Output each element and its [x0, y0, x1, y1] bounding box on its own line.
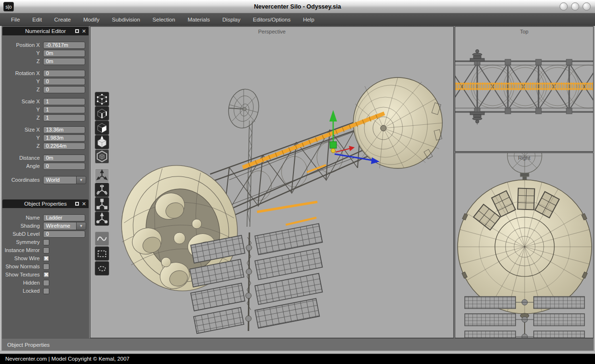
numerical-editor-header[interactable]: Numerical Editor ✕ — [2, 27, 89, 35]
app-window: s|o Nevercenter Silo - Odyssey.sia File … — [0, 0, 595, 364]
size-y-field[interactable]: 1.983m — [43, 134, 85, 142]
right-viewport-label: Right — [455, 155, 593, 161]
position-z-field[interactable]: 0m — [43, 58, 85, 65]
window-button-close[interactable] — [583, 2, 591, 11]
numerical-editor-body: Position X-0.7617m Y0m Z0m Rotation X0 Y… — [2, 35, 89, 184]
window-button-maximize[interactable] — [571, 2, 579, 11]
field-label: Coordinates — [2, 177, 43, 183]
numerical-editor-panel: Numerical Editor ✕ Position X-0.7617m Y0… — [2, 27, 89, 199]
field-label: Y — [2, 50, 43, 56]
field-label: Position X — [2, 42, 43, 48]
menu-subdivision[interactable]: Subdivision — [106, 13, 146, 26]
field-label: Z — [2, 58, 43, 64]
menu-help[interactable]: Help — [297, 13, 321, 26]
field-label: Shading — [2, 223, 43, 229]
symmetry-checkbox[interactable] — [43, 239, 49, 245]
subd-level-field[interactable]: 0 — [43, 231, 85, 238]
field-label: Name — [2, 215, 43, 221]
field-label: Size X — [2, 127, 43, 132]
window-button-minimize[interactable] — [560, 2, 568, 11]
position-y-field[interactable]: 0m — [43, 50, 85, 57]
menu-materials[interactable]: Materials — [181, 13, 216, 26]
field-label: SubD Level — [2, 231, 43, 237]
field-label: Z — [2, 115, 43, 121]
shading-value: Wireframe — [44, 222, 76, 230]
scale-z-field[interactable]: 1 — [43, 114, 85, 121]
distance-field[interactable]: 0m — [43, 154, 85, 162]
panel-restore-icon[interactable] — [75, 202, 79, 206]
status-text: Object Properties — [7, 342, 50, 348]
field-label: Angle — [2, 163, 43, 169]
show-wire-checkbox[interactable]: ✖ — [43, 255, 49, 262]
shading-dropdown[interactable]: Wireframe ▼ — [43, 222, 86, 230]
rotate-tool-icon[interactable] — [95, 183, 109, 197]
object-properties-panel: Object Properties ✕ NameLadder Shading W… — [2, 199, 89, 338]
coordinates-value: World — [44, 176, 76, 184]
sidebar: Numerical Editor ✕ Position X-0.7617m Y0… — [2, 26, 89, 338]
field-label: Z — [2, 87, 43, 92]
rect-select-icon[interactable] — [95, 246, 109, 261]
status-bar: Object Properties — [2, 338, 594, 351]
field-label: Y — [2, 107, 43, 112]
instance-mirror-checkbox[interactable] — [43, 247, 49, 254]
coordinates-dropdown[interactable]: World ▼ — [43, 176, 86, 184]
perspective-viewport-label: Perspective — [90, 29, 453, 34]
rotation-z-field[interactable]: 0 — [43, 86, 85, 93]
multi-mode-icon[interactable] — [95, 149, 109, 164]
menu-editors-options[interactable]: Editors/Options — [247, 13, 297, 26]
menu-display[interactable]: Display — [216, 13, 247, 26]
field-label: Show Wire — [2, 255, 43, 261]
right-scene — [455, 153, 594, 338]
selection-tool-toolbar — [95, 232, 109, 276]
menu-file[interactable]: File — [5, 13, 26, 26]
universal-tool-icon[interactable] — [95, 211, 109, 226]
paint-select-icon[interactable] — [95, 232, 109, 246]
window-controls — [560, 2, 591, 11]
position-x-field[interactable]: -0.7617m — [43, 42, 85, 49]
saucer-front — [458, 180, 592, 314]
show-textures-checkbox[interactable]: ✖ — [43, 272, 49, 278]
show-normals-checkbox[interactable] — [43, 264, 49, 270]
saucer-section — [353, 77, 442, 168]
locked-checkbox[interactable] — [43, 288, 49, 294]
top-viewport-label: Top — [455, 29, 593, 34]
chevron-down-icon: ▼ — [76, 222, 86, 230]
menu-edit[interactable]: Edit — [26, 13, 48, 26]
menu-selection[interactable]: Selection — [146, 13, 181, 26]
scale-y-field[interactable]: 1 — [43, 106, 85, 113]
rotation-x-field[interactable]: 0 — [43, 70, 85, 77]
angle-field[interactable]: 0 — [43, 163, 85, 170]
move-tool-icon[interactable] — [95, 168, 109, 183]
window-title: Nevercenter Silo - Odyssey.sia — [0, 0, 595, 13]
top-scene — [455, 27, 594, 152]
edge-mode-icon[interactable] — [95, 106, 109, 121]
field-label: Show Normals — [2, 264, 43, 269]
name-field[interactable]: Ladder — [43, 214, 85, 221]
chevron-down-icon: ▼ — [76, 176, 86, 184]
scale-x-field[interactable]: 1 — [43, 98, 85, 105]
hidden-checkbox[interactable] — [43, 280, 49, 286]
perspective-scene — [90, 27, 454, 338]
perspective-viewport[interactable]: Perspective — [90, 26, 454, 338]
size-z-field[interactable]: 0.2264m — [43, 143, 85, 150]
panel-close-icon[interactable]: ✕ — [82, 199, 86, 208]
field-label: Y — [2, 78, 43, 84]
scale-tool-icon[interactable] — [95, 197, 109, 211]
panel-restore-icon[interactable] — [75, 29, 79, 33]
size-x-field[interactable]: 13.36m — [43, 126, 85, 133]
object-properties-header[interactable]: Object Properties ✕ — [2, 199, 89, 208]
right-viewport[interactable]: Right — [455, 153, 594, 338]
field-label: Locked — [2, 288, 43, 294]
footer-text: Nevercenter.com | Model Copyright © Kema… — [5, 356, 129, 362]
menu-create[interactable]: Create — [48, 13, 77, 26]
rotation-y-field[interactable]: 0 — [43, 78, 85, 85]
top-viewport[interactable]: Top — [455, 26, 594, 152]
menu-modify[interactable]: Modify — [77, 13, 106, 26]
lasso-select-icon[interactable] — [95, 261, 109, 276]
face-mode-icon[interactable] — [95, 121, 109, 135]
vertex-mode-icon[interactable] — [95, 92, 109, 106]
field-label: Distance — [2, 155, 43, 161]
object-mode-icon[interactable] — [95, 135, 109, 149]
selection-mode-toolbar — [95, 92, 109, 164]
panel-close-icon[interactable]: ✕ — [82, 27, 86, 35]
